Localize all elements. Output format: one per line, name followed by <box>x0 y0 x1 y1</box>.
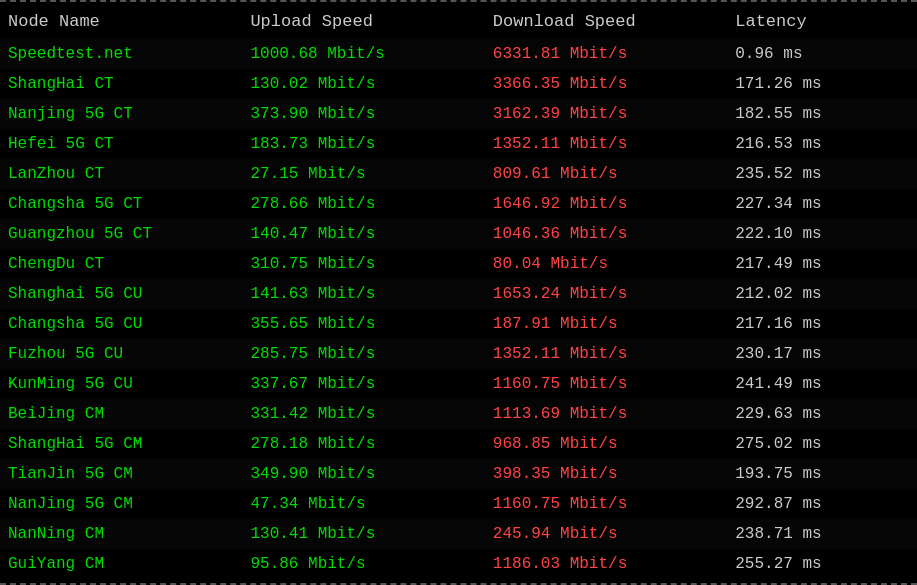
cell-upload-speed: 349.90 Mbit/s <box>242 459 484 489</box>
table-row: Shanghai 5G CU141.63 Mbit/s1653.24 Mbit/… <box>0 279 917 309</box>
cell-latency: 241.49 ms <box>727 369 917 399</box>
cell-node-name: GuiYang CM <box>0 549 242 579</box>
cell-upload-speed: 331.42 Mbit/s <box>242 399 484 429</box>
cell-upload-speed: 27.15 Mbit/s <box>242 159 484 189</box>
cell-node-name: NanJing 5G CM <box>0 489 242 519</box>
table-row: ChengDu CT310.75 Mbit/s80.04 Mbit/s217.4… <box>0 249 917 279</box>
cell-latency: 217.49 ms <box>727 249 917 279</box>
cell-latency: 217.16 ms <box>727 309 917 339</box>
table-row: LanZhou CT27.15 Mbit/s809.61 Mbit/s235.5… <box>0 159 917 189</box>
table-row: ShangHai 5G CM278.18 Mbit/s968.85 Mbit/s… <box>0 429 917 459</box>
cell-node-name: ShangHai CT <box>0 69 242 99</box>
cell-latency: 275.02 ms <box>727 429 917 459</box>
cell-node-name: Shanghai 5G CU <box>0 279 242 309</box>
cell-latency: 216.53 ms <box>727 129 917 159</box>
table-header-row: Node Name Upload Speed Download Speed La… <box>0 2 917 39</box>
col-header-upload: Upload Speed <box>242 2 484 39</box>
cell-upload-speed: 355.65 Mbit/s <box>242 309 484 339</box>
cell-download-speed: 398.35 Mbit/s <box>485 459 727 489</box>
cell-upload-speed: 140.47 Mbit/s <box>242 219 484 249</box>
cell-latency: 212.02 ms <box>727 279 917 309</box>
cell-upload-speed: 310.75 Mbit/s <box>242 249 484 279</box>
cell-upload-speed: 183.73 Mbit/s <box>242 129 484 159</box>
cell-latency: 229.63 ms <box>727 399 917 429</box>
table-row: TianJin 5G CM349.90 Mbit/s398.35 Mbit/s1… <box>0 459 917 489</box>
cell-latency: 238.71 ms <box>727 519 917 549</box>
table-row: ShangHai CT130.02 Mbit/s3366.35 Mbit/s17… <box>0 69 917 99</box>
table-row: KunMing 5G CU337.67 Mbit/s1160.75 Mbit/s… <box>0 369 917 399</box>
table-row: Guangzhou 5G CT140.47 Mbit/s1046.36 Mbit… <box>0 219 917 249</box>
cell-node-name: Nanjing 5G CT <box>0 99 242 129</box>
cell-download-speed: 1160.75 Mbit/s <box>485 489 727 519</box>
cell-node-name: BeiJing CM <box>0 399 242 429</box>
cell-latency: 0.96 ms <box>727 39 917 69</box>
cell-node-name: Hefei 5G CT <box>0 129 242 159</box>
cell-download-speed: 809.61 Mbit/s <box>485 159 727 189</box>
cell-download-speed: 1113.69 Mbit/s <box>485 399 727 429</box>
main-container: 路由器电商跨境电商助力服务商助力路由器电商跨境电商服务商助力路由器电商跨境电商助… <box>0 0 917 585</box>
cell-latency: 193.75 ms <box>727 459 917 489</box>
cell-upload-speed: 278.66 Mbit/s <box>242 189 484 219</box>
table-row: NanJing 5G CM47.34 Mbit/s1160.75 Mbit/s2… <box>0 489 917 519</box>
cell-upload-speed: 95.86 Mbit/s <box>242 549 484 579</box>
cell-latency: 255.27 ms <box>727 549 917 579</box>
cell-upload-speed: 337.67 Mbit/s <box>242 369 484 399</box>
cell-node-name: Fuzhou 5G CU <box>0 339 242 369</box>
col-header-name: Node Name <box>0 2 242 39</box>
cell-download-speed: 1046.36 Mbit/s <box>485 219 727 249</box>
table-body: Speedtest.net1000.68 Mbit/s6331.81 Mbit/… <box>0 39 917 579</box>
cell-node-name: Speedtest.net <box>0 39 242 69</box>
cell-latency: 227.34 ms <box>727 189 917 219</box>
cell-download-speed: 3162.39 Mbit/s <box>485 99 727 129</box>
cell-download-speed: 245.94 Mbit/s <box>485 519 727 549</box>
cell-download-speed: 1352.11 Mbit/s <box>485 339 727 369</box>
cell-download-speed: 1186.03 Mbit/s <box>485 549 727 579</box>
cell-latency: 235.52 ms <box>727 159 917 189</box>
cell-node-name: ShangHai 5G CM <box>0 429 242 459</box>
cell-download-speed: 1352.11 Mbit/s <box>485 129 727 159</box>
cell-upload-speed: 373.90 Mbit/s <box>242 99 484 129</box>
table-row: Speedtest.net1000.68 Mbit/s6331.81 Mbit/… <box>0 39 917 69</box>
table-row: BeiJing CM331.42 Mbit/s1113.69 Mbit/s229… <box>0 399 917 429</box>
table-row: Nanjing 5G CT373.90 Mbit/s3162.39 Mbit/s… <box>0 99 917 129</box>
cell-node-name: LanZhou CT <box>0 159 242 189</box>
cell-node-name: KunMing 5G CU <box>0 369 242 399</box>
cell-download-speed: 1646.92 Mbit/s <box>485 189 727 219</box>
cell-latency: 171.26 ms <box>727 69 917 99</box>
cell-download-speed: 968.85 Mbit/s <box>485 429 727 459</box>
table-row: Changsha 5G CU355.65 Mbit/s187.91 Mbit/s… <box>0 309 917 339</box>
cell-node-name: Guangzhou 5G CT <box>0 219 242 249</box>
cell-node-name: NanNing CM <box>0 519 242 549</box>
cell-upload-speed: 130.41 Mbit/s <box>242 519 484 549</box>
cell-upload-speed: 285.75 Mbit/s <box>242 339 484 369</box>
cell-node-name: ChengDu CT <box>0 249 242 279</box>
cell-node-name: Changsha 5G CU <box>0 309 242 339</box>
cell-download-speed: 6331.81 Mbit/s <box>485 39 727 69</box>
cell-download-speed: 80.04 Mbit/s <box>485 249 727 279</box>
cell-upload-speed: 130.02 Mbit/s <box>242 69 484 99</box>
cell-upload-speed: 1000.68 Mbit/s <box>242 39 484 69</box>
cell-latency: 292.87 ms <box>727 489 917 519</box>
cell-node-name: Changsha 5G CT <box>0 189 242 219</box>
cell-download-speed: 1160.75 Mbit/s <box>485 369 727 399</box>
cell-latency: 222.10 ms <box>727 219 917 249</box>
cell-upload-speed: 278.18 Mbit/s <box>242 429 484 459</box>
cell-upload-speed: 47.34 Mbit/s <box>242 489 484 519</box>
cell-latency: 182.55 ms <box>727 99 917 129</box>
cell-node-name: TianJin 5G CM <box>0 459 242 489</box>
col-header-download: Download Speed <box>485 2 727 39</box>
cell-download-speed: 187.91 Mbit/s <box>485 309 727 339</box>
table-row: NanNing CM130.41 Mbit/s245.94 Mbit/s238.… <box>0 519 917 549</box>
col-header-latency: Latency <box>727 2 917 39</box>
cell-latency: 230.17 ms <box>727 339 917 369</box>
cell-download-speed: 1653.24 Mbit/s <box>485 279 727 309</box>
table-row: Changsha 5G CT278.66 Mbit/s1646.92 Mbit/… <box>0 189 917 219</box>
cell-download-speed: 3366.35 Mbit/s <box>485 69 727 99</box>
table-row: Hefei 5G CT183.73 Mbit/s1352.11 Mbit/s21… <box>0 129 917 159</box>
table-row: Fuzhou 5G CU285.75 Mbit/s1352.11 Mbit/s2… <box>0 339 917 369</box>
table-row: GuiYang CM95.86 Mbit/s1186.03 Mbit/s255.… <box>0 549 917 579</box>
cell-upload-speed: 141.63 Mbit/s <box>242 279 484 309</box>
speed-table: Node Name Upload Speed Download Speed La… <box>0 2 917 579</box>
